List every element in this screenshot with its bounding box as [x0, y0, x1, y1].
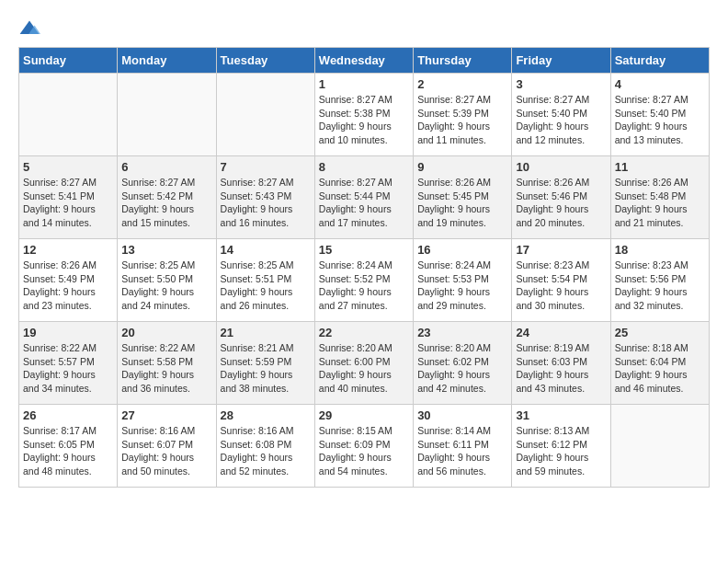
calendar-week-row: 19Sunrise: 8:22 AM Sunset: 5:57 PM Dayli… — [19, 322, 710, 405]
calendar-cell: 5Sunrise: 8:27 AM Sunset: 5:41 PM Daylig… — [19, 156, 118, 239]
day-number: 27 — [121, 408, 211, 422]
day-number: 7 — [221, 160, 311, 174]
day-info: Sunrise: 8:18 AM Sunset: 6:04 PM Dayligh… — [615, 341, 705, 396]
day-number: 29 — [319, 408, 409, 422]
day-number: 30 — [417, 408, 507, 422]
day-info: Sunrise: 8:20 AM Sunset: 6:02 PM Dayligh… — [417, 341, 507, 396]
day-info: Sunrise: 8:21 AM Sunset: 5:59 PM Dayligh… — [221, 341, 311, 396]
day-info: Sunrise: 8:27 AM Sunset: 5:44 PM Dayligh… — [319, 176, 409, 230]
calendar-cell: 9Sunrise: 8:26 AM Sunset: 5:45 PM Daylig… — [414, 156, 512, 239]
day-info: Sunrise: 8:27 AM Sunset: 5:40 PM Dayligh… — [516, 93, 606, 147]
day-info: Sunrise: 8:27 AM Sunset: 5:41 PM Dayligh… — [23, 176, 113, 230]
calendar-cell: 23Sunrise: 8:20 AM Sunset: 6:02 PM Dayli… — [414, 322, 512, 405]
day-info: Sunrise: 8:27 AM Sunset: 5:40 PM Dayligh… — [615, 93, 705, 147]
day-info: Sunrise: 8:19 AM Sunset: 6:03 PM Dayligh… — [516, 341, 606, 396]
day-number: 6 — [121, 160, 211, 174]
calendar-cell: 16Sunrise: 8:24 AM Sunset: 5:53 PM Dayli… — [414, 239, 512, 322]
calendar-week-row: 5Sunrise: 8:27 AM Sunset: 5:41 PM Daylig… — [19, 156, 710, 239]
calendar-body: 1Sunrise: 8:27 AM Sunset: 5:38 PM Daylig… — [19, 74, 710, 488]
calendar-cell: 18Sunrise: 8:23 AM Sunset: 5:56 PM Dayli… — [610, 239, 709, 322]
calendar-header-friday: Friday — [512, 48, 610, 74]
day-number: 4 — [615, 77, 705, 91]
day-number: 12 — [23, 243, 113, 257]
calendar-cell: 28Sunrise: 8:16 AM Sunset: 6:08 PM Dayli… — [216, 405, 314, 488]
day-info: Sunrise: 8:22 AM Sunset: 5:57 PM Dayligh… — [23, 341, 113, 396]
day-info: Sunrise: 8:14 AM Sunset: 6:11 PM Dayligh… — [417, 424, 507, 478]
day-info: Sunrise: 8:23 AM Sunset: 5:54 PM Dayligh… — [516, 259, 606, 313]
calendar-cell: 11Sunrise: 8:26 AM Sunset: 5:48 PM Dayli… — [610, 156, 709, 239]
day-info: Sunrise: 8:24 AM Sunset: 5:52 PM Dayligh… — [319, 259, 409, 313]
day-info: Sunrise: 8:27 AM Sunset: 5:39 PM Dayligh… — [417, 93, 507, 147]
day-number: 21 — [221, 326, 311, 339]
calendar-cell: 31Sunrise: 8:13 AM Sunset: 6:12 PM Dayli… — [512, 405, 610, 488]
calendar-header-thursday: Thursday — [414, 48, 512, 74]
calendar-cell: 29Sunrise: 8:15 AM Sunset: 6:09 PM Dayli… — [314, 405, 413, 488]
calendar-cell: 10Sunrise: 8:26 AM Sunset: 5:46 PM Dayli… — [512, 156, 610, 239]
day-info: Sunrise: 8:24 AM Sunset: 5:53 PM Dayligh… — [417, 259, 507, 313]
calendar-table: SundayMondayTuesdayWednesdayThursdayFrid… — [18, 47, 710, 488]
day-info: Sunrise: 8:16 AM Sunset: 6:08 PM Dayligh… — [221, 424, 311, 478]
calendar-cell: 21Sunrise: 8:21 AM Sunset: 5:59 PM Dayli… — [216, 322, 314, 405]
day-number: 14 — [221, 243, 311, 257]
calendar-cell — [118, 74, 216, 156]
logo-icon — [18, 19, 40, 38]
calendar-cell — [216, 74, 314, 156]
day-number: 17 — [516, 243, 606, 257]
day-info: Sunrise: 8:23 AM Sunset: 5:56 PM Dayligh… — [615, 259, 705, 313]
calendar-cell — [610, 405, 709, 488]
day-info: Sunrise: 8:22 AM Sunset: 5:58 PM Dayligh… — [121, 341, 211, 396]
day-info: Sunrise: 8:15 AM Sunset: 6:09 PM Dayligh… — [319, 424, 409, 478]
day-number: 16 — [417, 243, 507, 257]
day-info: Sunrise: 8:26 AM Sunset: 5:45 PM Dayligh… — [417, 176, 507, 230]
day-number: 10 — [516, 160, 606, 174]
day-info: Sunrise: 8:25 AM Sunset: 5:50 PM Dayligh… — [121, 259, 211, 313]
day-info: Sunrise: 8:26 AM Sunset: 5:48 PM Dayligh… — [615, 176, 705, 230]
calendar-week-row: 1Sunrise: 8:27 AM Sunset: 5:38 PM Daylig… — [19, 74, 710, 156]
day-number: 24 — [516, 326, 606, 339]
day-info: Sunrise: 8:16 AM Sunset: 6:07 PM Dayligh… — [121, 424, 211, 478]
calendar-header-wednesday: Wednesday — [314, 48, 413, 74]
day-number: 26 — [23, 408, 113, 422]
calendar-header-row: SundayMondayTuesdayWednesdayThursdayFrid… — [19, 48, 710, 74]
calendar-header-tuesday: Tuesday — [216, 48, 314, 74]
day-number: 1 — [319, 77, 409, 91]
calendar-cell: 1Sunrise: 8:27 AM Sunset: 5:38 PM Daylig… — [314, 74, 413, 156]
calendar-cell: 26Sunrise: 8:17 AM Sunset: 6:05 PM Dayli… — [19, 405, 118, 488]
calendar-cell: 2Sunrise: 8:27 AM Sunset: 5:39 PM Daylig… — [414, 74, 512, 156]
day-number: 13 — [121, 243, 211, 257]
calendar-cell: 4Sunrise: 8:27 AM Sunset: 5:40 PM Daylig… — [610, 74, 709, 156]
day-info: Sunrise: 8:26 AM Sunset: 5:49 PM Dayligh… — [23, 259, 113, 313]
calendar-cell: 25Sunrise: 8:18 AM Sunset: 6:04 PM Dayli… — [610, 322, 709, 405]
day-info: Sunrise: 8:26 AM Sunset: 5:46 PM Dayligh… — [516, 176, 606, 230]
day-number: 2 — [417, 77, 507, 91]
calendar-cell: 20Sunrise: 8:22 AM Sunset: 5:58 PM Dayli… — [118, 322, 216, 405]
day-info: Sunrise: 8:27 AM Sunset: 5:43 PM Dayligh… — [221, 176, 311, 230]
day-info: Sunrise: 8:25 AM Sunset: 5:51 PM Dayligh… — [221, 259, 311, 313]
calendar-cell: 15Sunrise: 8:24 AM Sunset: 5:52 PM Dayli… — [314, 239, 413, 322]
day-number: 22 — [319, 326, 409, 339]
calendar-cell: 8Sunrise: 8:27 AM Sunset: 5:44 PM Daylig… — [314, 156, 413, 239]
calendar-cell: 30Sunrise: 8:14 AM Sunset: 6:11 PM Dayli… — [414, 405, 512, 488]
day-number: 23 — [417, 326, 507, 339]
day-number: 15 — [319, 243, 409, 257]
calendar-header-saturday: Saturday — [610, 48, 709, 74]
day-number: 9 — [417, 160, 507, 174]
day-number: 3 — [516, 77, 606, 91]
calendar-header-monday: Monday — [118, 48, 216, 74]
calendar-week-row: 26Sunrise: 8:17 AM Sunset: 6:05 PM Dayli… — [19, 405, 710, 488]
calendar-cell: 17Sunrise: 8:23 AM Sunset: 5:54 PM Dayli… — [512, 239, 610, 322]
calendar-cell — [19, 74, 118, 156]
day-number: 18 — [615, 243, 705, 257]
calendar-cell: 13Sunrise: 8:25 AM Sunset: 5:50 PM Dayli… — [118, 239, 216, 322]
day-info: Sunrise: 8:27 AM Sunset: 5:38 PM Dayligh… — [319, 93, 409, 147]
day-number: 11 — [615, 160, 705, 174]
day-number: 5 — [23, 160, 113, 174]
calendar-cell: 7Sunrise: 8:27 AM Sunset: 5:43 PM Daylig… — [216, 156, 314, 239]
day-number: 28 — [221, 408, 311, 422]
day-number: 31 — [516, 408, 606, 422]
calendar-week-row: 12Sunrise: 8:26 AM Sunset: 5:49 PM Dayli… — [19, 239, 710, 322]
calendar-cell: 3Sunrise: 8:27 AM Sunset: 5:40 PM Daylig… — [512, 74, 610, 156]
day-info: Sunrise: 8:13 AM Sunset: 6:12 PM Dayligh… — [516, 424, 606, 478]
day-number: 20 — [121, 326, 211, 339]
day-info: Sunrise: 8:20 AM Sunset: 6:00 PM Dayligh… — [319, 341, 409, 396]
